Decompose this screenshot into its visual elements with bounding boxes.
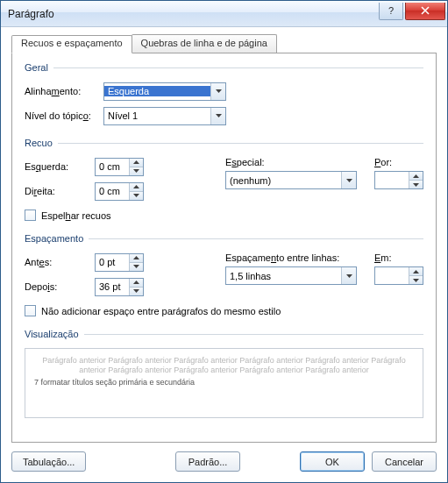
titlebar[interactable]: Parágrafo ? xyxy=(1,1,447,27)
by-label: Por: xyxy=(374,157,423,167)
spin-down-icon[interactable] xyxy=(409,276,423,284)
spin-up-icon[interactable] xyxy=(130,279,143,288)
alignment-value: Esquerda xyxy=(104,86,210,96)
tabstrip: Recuos e espaçamento Quebras de linha e … xyxy=(11,34,437,53)
line-spacing-combo[interactable]: 1,5 linhas xyxy=(225,266,357,285)
divider xyxy=(84,334,423,335)
alignment-combo[interactable]: Esquerda xyxy=(103,82,226,101)
help-button[interactable]: ? xyxy=(379,3,403,20)
tabs-button-label: Tabulação... xyxy=(23,457,75,467)
spin-up-icon[interactable] xyxy=(130,159,143,167)
window-title: Parágrafo xyxy=(8,8,377,20)
outline-level-combo[interactable]: Nível 1 xyxy=(103,107,226,125)
outline-level-value: Nível 1 xyxy=(104,110,210,121)
after-input[interactable] xyxy=(96,279,129,295)
group-indent-label: Recuo xyxy=(25,138,58,148)
spin-up-icon[interactable] xyxy=(130,254,143,263)
indent-left-label: Esquerda: xyxy=(25,161,95,172)
by-input[interactable] xyxy=(375,172,409,188)
before-label: Antes: xyxy=(25,257,95,267)
before-input[interactable] xyxy=(96,254,129,271)
spin-down-icon[interactable] xyxy=(130,167,143,175)
preview-sample-text: 7 formatar títulos seção primária e secu… xyxy=(34,378,414,387)
spin-down-icon[interactable] xyxy=(130,192,143,200)
default-button-label: Padrão... xyxy=(188,457,228,467)
spin-up-icon[interactable] xyxy=(409,267,423,276)
spin-up-icon[interactable] xyxy=(130,183,143,192)
spin-down-icon[interactable] xyxy=(130,263,143,271)
mirror-indents-label: Espelhar recuos xyxy=(41,210,111,221)
spin-up-icon[interactable] xyxy=(409,172,423,181)
before-spinner[interactable] xyxy=(95,253,144,272)
indent-right-input[interactable] xyxy=(96,183,129,200)
after-spinner[interactable] xyxy=(95,278,144,296)
outline-level-label: Nível do tópico: xyxy=(25,110,103,121)
special-value: (nenhum) xyxy=(226,175,341,186)
indent-left-input[interactable] xyxy=(96,159,129,175)
close-button[interactable] xyxy=(405,3,445,20)
cancel-button[interactable]: Cancelar xyxy=(372,451,437,472)
no-space-same-style-checkbox[interactable]: Não adicionar espaço entre parágrafos do… xyxy=(25,305,423,316)
ok-button[interactable]: OK xyxy=(300,451,365,472)
tab-panel: Geral Alinhamento: Esquerda Nível do tóp… xyxy=(11,53,437,443)
divider xyxy=(89,238,423,239)
group-spacing-label: Espaçamento xyxy=(25,233,89,244)
special-combo[interactable]: (nenhum) xyxy=(225,171,357,189)
checkbox-box xyxy=(25,305,36,316)
ok-button-label: OK xyxy=(325,457,339,467)
paragraph-dialog: Parágrafo ? Recuos e espaçamento Quebras… xyxy=(0,0,448,483)
after-label: Depois: xyxy=(25,281,95,292)
preview-box: Parágrafo anterior Parágrafo anterior Pa… xyxy=(25,348,423,418)
cancel-button-label: Cancelar xyxy=(385,457,423,467)
line-spacing-label: Espaçamento entre linhas: xyxy=(225,252,357,263)
divider xyxy=(53,67,423,68)
tab-indent-spacing[interactable]: Recuos e espaçamento xyxy=(11,35,132,53)
spin-down-icon[interactable] xyxy=(130,288,143,295)
mirror-indents-checkbox[interactable]: Espelhar recuos xyxy=(25,210,423,221)
alignment-label: Alinhamento: xyxy=(25,86,103,96)
chevron-down-icon[interactable] xyxy=(341,172,356,188)
line-spacing-value: 1,5 linhas xyxy=(226,271,341,281)
chevron-down-icon[interactable] xyxy=(210,83,225,100)
special-label: Especial: xyxy=(225,157,357,167)
checkbox-box xyxy=(25,210,36,221)
group-general-label: Geral xyxy=(25,62,53,73)
default-button[interactable]: Padrão... xyxy=(175,451,240,472)
group-preview-label: Visualização xyxy=(25,329,84,339)
at-label: Em: xyxy=(374,252,423,263)
chevron-down-icon[interactable] xyxy=(341,267,356,284)
divider xyxy=(58,143,423,144)
tab-line-page-breaks[interactable]: Quebras de linha e de página xyxy=(132,34,277,53)
tabs-button[interactable]: Tabulação... xyxy=(11,451,86,472)
at-spinner[interactable] xyxy=(374,266,423,285)
at-input[interactable] xyxy=(375,267,409,284)
by-spinner[interactable] xyxy=(374,171,423,189)
preview-ghost-text: Parágrafo anterior Parágrafo anterior Pa… xyxy=(34,356,414,376)
button-bar: Tabulação... Padrão... OK Cancelar xyxy=(11,451,437,472)
no-space-same-style-label: Não adicionar espaço entre parágrafos do… xyxy=(41,306,281,316)
indent-right-label: Direita: xyxy=(25,186,95,196)
indent-right-spinner[interactable] xyxy=(95,182,144,201)
chevron-down-icon[interactable] xyxy=(210,108,225,124)
spin-down-icon[interactable] xyxy=(409,181,423,188)
indent-left-spinner[interactable] xyxy=(95,158,144,176)
